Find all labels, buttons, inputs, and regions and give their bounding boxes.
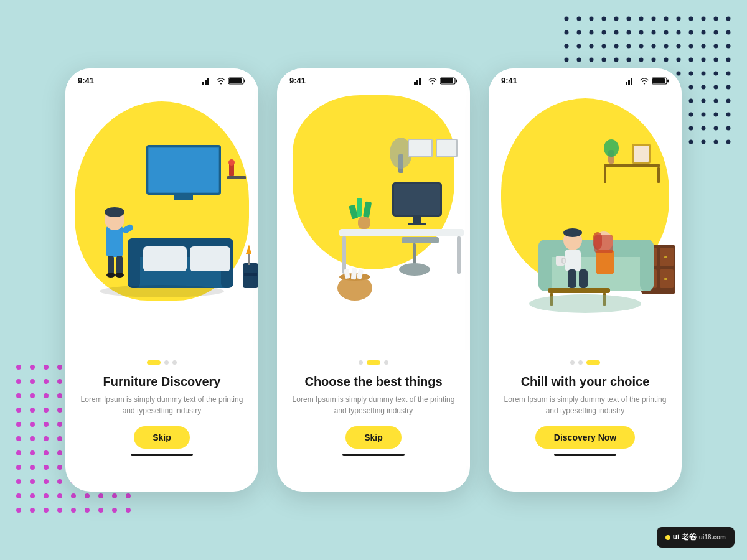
signal-icon-3 <box>626 77 637 85</box>
skip-button-1[interactable]: Skip <box>134 426 190 449</box>
svg-rect-291 <box>413 243 416 265</box>
svg-rect-326 <box>538 240 552 291</box>
battery-icon <box>228 77 246 85</box>
svg-point-312 <box>604 139 619 157</box>
svg-rect-273 <box>419 78 421 85</box>
svg-rect-295 <box>363 201 372 217</box>
svg-point-251 <box>228 159 235 166</box>
phone-1: 9:41 <box>65 68 258 492</box>
svg-rect-249 <box>227 176 246 179</box>
phone-content-3: Chill with your choice Lorem Ipsum is si… <box>489 350 682 466</box>
svg-rect-342 <box>579 269 588 288</box>
desc-1: Lorem Ipsum is simply dummy text of the … <box>78 394 246 416</box>
dots-indicator-1 <box>78 360 246 365</box>
home-indicator-1 <box>131 454 193 456</box>
svg-rect-307 <box>667 79 669 82</box>
illustration-area-1 <box>65 89 258 350</box>
battery-icon-3 <box>652 77 669 85</box>
phone-content-2: Choose the best things Lorem Ipsum is si… <box>277 350 470 466</box>
svg-rect-254 <box>128 238 140 288</box>
svg-rect-287 <box>339 229 464 236</box>
screens-container: 9:41 <box>0 0 747 560</box>
svg-rect-284 <box>394 184 440 215</box>
svg-rect-259 <box>244 273 257 276</box>
skip-button-2[interactable]: Skip <box>345 426 402 449</box>
svg-rect-240 <box>205 80 207 85</box>
svg-rect-266 <box>108 256 114 274</box>
svg-rect-265 <box>121 223 134 235</box>
title-1: Furniture Discovery <box>78 375 246 389</box>
time-3: 9:41 <box>501 76 517 85</box>
svg-rect-280 <box>409 140 431 156</box>
svg-rect-335 <box>556 256 565 266</box>
svg-rect-262 <box>106 226 123 257</box>
svg-rect-286 <box>408 223 426 225</box>
svg-point-264 <box>105 207 125 217</box>
svg-rect-340 <box>593 232 602 250</box>
phone-3: 9:41 <box>489 68 682 492</box>
svg-rect-239 <box>202 82 204 85</box>
status-icons-3 <box>626 77 669 85</box>
home-indicator-2 <box>342 454 405 456</box>
svg-rect-296 <box>357 198 362 217</box>
office-illustration <box>277 89 470 350</box>
dot-1-active <box>147 360 161 365</box>
svg-rect-272 <box>416 80 418 85</box>
svg-rect-302 <box>626 82 627 85</box>
svg-rect-293 <box>358 217 370 229</box>
wifi-icon <box>216 77 226 85</box>
svg-rect-241 <box>207 78 209 85</box>
svg-rect-304 <box>631 78 632 85</box>
dot-3-1 <box>570 360 575 365</box>
home-indicator-3 <box>554 454 616 456</box>
svg-rect-285 <box>413 217 421 223</box>
svg-rect-267 <box>116 256 123 274</box>
svg-rect-243 <box>229 78 242 83</box>
time-2: 9:41 <box>289 76 306 85</box>
svg-point-268 <box>106 273 115 278</box>
illustration-area-2 <box>277 89 470 350</box>
svg-point-270 <box>100 285 224 297</box>
svg-rect-290 <box>402 237 439 243</box>
svg-rect-244 <box>244 79 245 82</box>
wifi-icon-3 <box>639 77 649 85</box>
svg-rect-303 <box>628 80 630 85</box>
discovery-now-button[interactable]: Discovery Now <box>535 426 635 449</box>
status-icons-1 <box>202 77 246 85</box>
svg-rect-282 <box>437 140 456 156</box>
desc-2: Lorem Ipsum is simply dummy text of the … <box>289 394 458 416</box>
status-bar-3: 9:41 <box>489 68 682 89</box>
dot-1-2 <box>164 360 169 365</box>
dot-2-3 <box>384 360 388 365</box>
svg-rect-323 <box>664 278 667 280</box>
svg-rect-247 <box>149 148 218 192</box>
signal-icon <box>202 77 214 85</box>
desc-3: Lorem Ipsum is simply dummy text of the … <box>501 394 669 416</box>
dot-2-active <box>367 360 380 365</box>
title-3: Chill with your choice <box>501 375 669 389</box>
watermark: ui 老爸 ui18.com <box>657 527 735 548</box>
svg-marker-261 <box>246 245 251 254</box>
phone-content-1: Furniture Discovery Lorem Ipsum is simpl… <box>65 350 258 466</box>
svg-rect-306 <box>652 78 665 83</box>
svg-rect-309 <box>604 167 606 183</box>
svg-point-292 <box>399 263 430 276</box>
svg-rect-271 <box>414 82 416 85</box>
svg-rect-276 <box>456 79 457 82</box>
svg-rect-248 <box>174 195 193 200</box>
status-bar-2: 9:41 <box>277 68 470 89</box>
svg-rect-327 <box>640 240 654 291</box>
svg-point-269 <box>115 273 124 278</box>
dot-3-active <box>586 360 600 365</box>
svg-rect-260 <box>248 254 250 265</box>
illustration-area-3 <box>489 89 682 350</box>
status-bar-1: 9:41 <box>65 68 258 89</box>
svg-point-331 <box>529 294 641 313</box>
svg-rect-314 <box>634 146 649 162</box>
dots-indicator-3 <box>501 360 669 365</box>
phone-2: 9:41 <box>277 68 470 492</box>
svg-rect-341 <box>568 269 576 288</box>
watermark-dot <box>665 535 670 540</box>
svg-rect-257 <box>190 246 230 271</box>
svg-point-333 <box>563 228 582 237</box>
